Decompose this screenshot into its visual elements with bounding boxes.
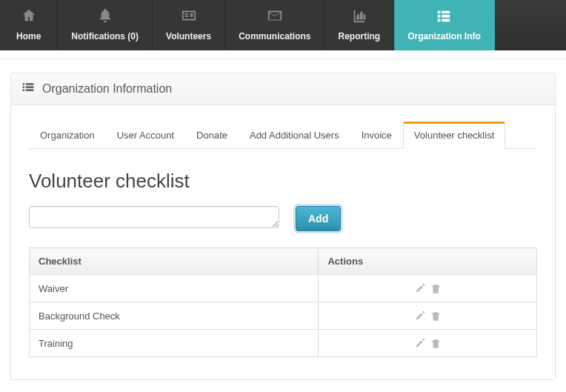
header-actions: Actions [319, 248, 537, 275]
nav-reporting[interactable]: Reporting [324, 0, 394, 50]
nav-label: Reporting [338, 31, 380, 41]
table-row: Training [30, 330, 537, 357]
checklist-table: Checklist Actions Waiver Background Chec… [29, 248, 537, 357]
nav-home[interactable]: Home [0, 0, 58, 50]
panel-title: Organization Information [42, 82, 172, 96]
tab-donate[interactable]: Donate [185, 122, 239, 149]
tab-volunteer-checklist[interactable]: Volunteer checklist [403, 122, 505, 149]
list-icon [407, 7, 481, 26]
home-icon [16, 7, 41, 26]
trash-icon[interactable] [429, 282, 442, 293]
trash-icon[interactable] [429, 337, 442, 348]
edit-icon[interactable] [413, 282, 426, 293]
envelope-icon [239, 7, 310, 26]
tab-organization[interactable]: Organization [29, 122, 106, 149]
panel-header: Organization Information [11, 73, 555, 105]
bell-icon [71, 7, 139, 26]
tab-user-account[interactable]: User Account [106, 122, 185, 149]
page-title: Volunteer checklist [29, 170, 537, 193]
nav-label: Home [16, 31, 41, 41]
header-checklist: Checklist [30, 248, 319, 275]
add-button[interactable]: Add [296, 206, 341, 231]
nav-label: Notifications (0) [71, 31, 139, 41]
nav-notifications[interactable]: Notifications (0) [58, 0, 153, 50]
table-row: Background Check [30, 302, 537, 330]
nav-organization-info[interactable]: Organization Info [394, 0, 495, 50]
edit-icon[interactable] [413, 337, 426, 348]
nav-label: Organization Info [407, 31, 481, 41]
top-nav: Home Notifications (0) Volunteers Commun… [0, 0, 566, 50]
nav-spacer [495, 0, 566, 50]
trash-icon[interactable] [429, 310, 442, 321]
nav-communications[interactable]: Communications [225, 0, 324, 50]
nav-shadow [0, 50, 566, 59]
panel-organization-information: Organization Information Organization Us… [10, 73, 556, 380]
id-card-icon [166, 7, 211, 26]
checklist-input[interactable] [29, 206, 279, 228]
edit-icon[interactable] [413, 310, 426, 321]
table-row: Waiver [30, 275, 537, 302]
tab-invoice[interactable]: Invoice [350, 122, 403, 149]
nav-label: Communications [239, 31, 310, 41]
tabs: Organization User Account Donate Add Add… [29, 122, 537, 149]
list-icon [21, 81, 35, 97]
nav-label: Volunteers [166, 31, 211, 41]
nav-volunteers[interactable]: Volunteers [153, 0, 225, 50]
checklist-name: Waiver [30, 275, 319, 302]
tab-add-additional-users[interactable]: Add Additional Users [239, 122, 350, 149]
checklist-name: Background Check [30, 302, 319, 330]
bar-chart-icon [338, 7, 380, 26]
checklist-name: Training [30, 330, 319, 357]
